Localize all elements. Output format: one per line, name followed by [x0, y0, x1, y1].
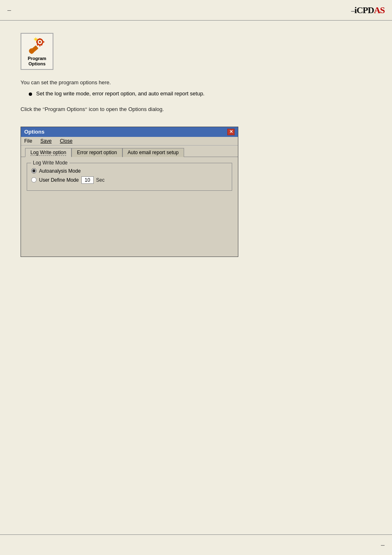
group-box-legend: Log Write Mode [31, 160, 69, 166]
options-dialog: Options ✕ File Save Close Log Write opti… [21, 127, 238, 257]
user-define-label: User Define Mode [39, 177, 79, 183]
options-icon [28, 36, 46, 55]
tab-error-label: Error report option [77, 150, 117, 155]
sec-value-input[interactable] [81, 176, 94, 184]
dialog-close-button[interactable]: ✕ [227, 129, 235, 135]
tab-email-label: Auto email report setup [128, 150, 179, 155]
dialog-menubar: File Save Close [21, 137, 238, 146]
menu-save[interactable]: Save [39, 138, 52, 144]
bullet-item-1: Set the log write mode, error report opt… [29, 90, 371, 97]
bullet-text: Set the log write mode, error report opt… [36, 90, 205, 97]
bullet-dot [29, 92, 32, 96]
tab-log-label: Log Write option [30, 150, 66, 156]
bottom-bar: – [0, 534, 392, 555]
sec-unit-label: Sec [96, 177, 105, 183]
svg-point-4 [39, 41, 41, 43]
close-quote: " [85, 106, 87, 112]
svg-rect-8 [43, 42, 44, 43]
dialog-title: Options [24, 129, 44, 135]
description-para1: You can set the program options here. [21, 78, 371, 87]
svg-rect-5 [39, 38, 41, 40]
log-write-mode-group: Log Write Mode Autoanalysis Mode User De… [27, 163, 232, 191]
svg-rect-7 [36, 42, 38, 43]
tab-error-report[interactable]: Error report option [71, 148, 122, 157]
user-define-mode-row: User Define Mode Sec [31, 176, 228, 184]
tab-log-write-option[interactable]: Log Write option [25, 148, 71, 157]
menu-close[interactable]: Close [59, 138, 74, 144]
dialog-tabs: Log Write option Error report option Aut… [21, 146, 238, 157]
program-options-icon[interactable]: Program Options [21, 33, 53, 70]
dialog-content-spacer [27, 191, 232, 248]
svg-rect-6 [39, 45, 41, 46]
user-define-radio[interactable] [31, 177, 37, 183]
svg-point-2 [31, 50, 32, 52]
main-content: Program Options You can set the program … [0, 21, 392, 282]
autoanalysis-mode-row: Autoanalysis Mode [31, 168, 228, 174]
minimize-button[interactable]: – [7, 7, 11, 14]
autoanalysis-radio[interactable] [31, 168, 37, 173]
tab-auto-email[interactable]: Auto email report setup [122, 148, 184, 157]
bottom-bar-dash: – [381, 541, 385, 549]
quoted-word: Program Options [45, 106, 85, 112]
menu-file[interactable]: File [23, 138, 33, 144]
brand-logo: –iCPDAS [351, 5, 385, 16]
program-options-label: Program Options [28, 56, 46, 67]
dialog-titlebar: Options ✕ [21, 127, 238, 137]
description-para2: Click the "Program Options" icon to open… [21, 105, 371, 114]
dialog-body: Log Write Mode Autoanalysis Mode User De… [21, 157, 238, 257]
autoanalysis-label: Autoanalysis Mode [39, 168, 81, 174]
top-bar: – –iCPDAS [0, 0, 392, 21]
